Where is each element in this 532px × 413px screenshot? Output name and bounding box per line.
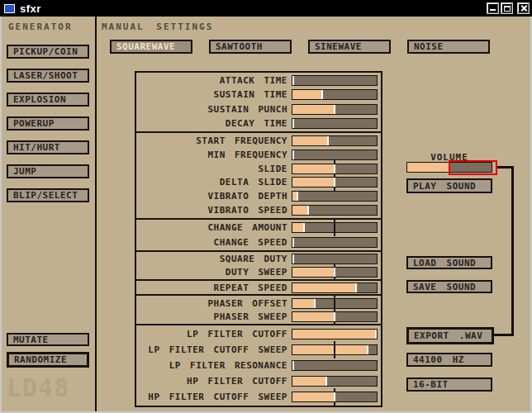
decay-time-label: DECAY TIME [226, 118, 287, 129]
sample-rate-label: 44100 HZ [413, 354, 464, 365]
generator-powerup-button[interactable]: POWERUP [7, 116, 89, 131]
slider-row: ATTACK TIME [136, 75, 381, 86]
minimize-button[interactable] [487, 2, 499, 14]
bit-depth-label: 16-BIT [413, 379, 449, 390]
generator-blip-select-button[interactable]: BLIP/SELECT [7, 188, 89, 202]
export-wav-button[interactable]: EXPORT .WAV [406, 327, 494, 344]
vibrato-depth-slider[interactable] [292, 191, 378, 202]
slider-group: CHANGE AMOUNTCHANGE SPEED [135, 218, 382, 252]
slider-fill [292, 136, 327, 145]
mutate-button[interactable]: MUTATE [7, 333, 89, 346]
min-frequency-slider[interactable] [292, 150, 378, 160]
save-sound-label: SAVE SOUND [413, 282, 476, 292]
slider-fill [292, 90, 321, 99]
slider-marker [297, 192, 298, 201]
slider-fill [292, 330, 375, 339]
slider-row: SUSTAIN TIME [136, 89, 381, 100]
play-sound-button[interactable]: PLAY SOUND [406, 178, 492, 193]
load-sound-button[interactable]: LOAD SOUND [406, 256, 492, 269]
waveform-sawtooth-button[interactable]: SAWTOOTH [209, 40, 292, 54]
start-frequency-slider[interactable] [292, 135, 378, 146]
generator-pickup-coin-button[interactable]: PICKUP/COIN [7, 45, 89, 59]
bit-depth-button[interactable]: 16-BIT [406, 377, 492, 392]
generator-jump-button[interactable]: JUMP [7, 164, 89, 178]
sustain-punch-slider[interactable] [292, 104, 378, 115]
maximize-icon [504, 6, 511, 12]
slider-row: MIN FREQUENCY [136, 150, 381, 160]
generator-button-label: JUMP [13, 166, 37, 177]
slider-fill [407, 163, 449, 172]
slider-row: PHASER OFFSET [136, 298, 381, 309]
slider-marker [355, 283, 357, 292]
slide-slider[interactable] [292, 164, 378, 174]
close-button[interactable] [517, 2, 530, 14]
slider-row: LP FILTER RESONANCE [136, 360, 381, 371]
slider-marker [292, 119, 294, 128]
phaser-sweep-slider[interactable] [292, 311, 378, 322]
slider-row: VIBRATO SPEED [136, 205, 381, 216]
export-connector-line [493, 334, 514, 336]
lp-filter-resonance-slider[interactable] [292, 360, 378, 371]
slider-fill [292, 299, 314, 308]
slider-fill [292, 206, 307, 215]
center-tick [334, 341, 335, 358]
waveform-button-row: SQUAREWAVESAWTOOTHSINEWAVENOISE [110, 40, 490, 54]
slider-group: REPEAT SPEED [135, 279, 382, 296]
play-sound-label: PLAY SOUND [413, 181, 476, 192]
slider-fill [292, 164, 334, 173]
waveform-button-label: NOISE [414, 41, 444, 52]
lp-filter-cutoff-sweep-slider[interactable] [292, 344, 378, 355]
slider-fill [292, 377, 325, 386]
slider-row: PHASER SWEEP [136, 311, 381, 322]
slider-group: START FREQUENCYMIN FREQUENCYSLIDEDELTA S… [135, 131, 382, 220]
hp-filter-cutoff-slider[interactable] [292, 376, 378, 387]
slider-marker [334, 105, 335, 114]
waveform-squarewave-button[interactable]: SQUAREWAVE [110, 40, 192, 54]
titlebar[interactable]: sfxr [0, 0, 532, 17]
duty-sweep-slider[interactable] [292, 267, 378, 278]
generator-explosion-button[interactable]: EXPLOSION [7, 93, 89, 107]
slider-row: SQUARE DUTY [136, 254, 381, 264]
save-sound-button[interactable]: SAVE SOUND [406, 280, 492, 293]
waveform-sinewave-button[interactable]: SINEWAVE [308, 40, 391, 54]
slider-fill [292, 178, 334, 187]
hp-filter-cutoff-sweep-label: HP FILTER CUTOFF SWEEP [148, 392, 287, 402]
lp-filter-cutoff-slider[interactable] [292, 329, 378, 339]
randomize-button-label: RANDOMIZE [14, 354, 67, 365]
slider-marker [367, 345, 368, 354]
slider-marker [375, 330, 377, 339]
hp-filter-cutoff-sweep-slider[interactable] [292, 392, 378, 402]
generator-laser-shoot-button[interactable]: LASER/SHOOT [7, 69, 89, 83]
decay-time-slider[interactable] [292, 118, 378, 129]
waveform-noise-button[interactable]: NOISE [407, 40, 490, 54]
slider-marker [292, 254, 294, 263]
close-icon [520, 5, 527, 12]
generator-hit-hurt-button[interactable]: HIT/HURT [7, 140, 89, 154]
generator-button-label: PICKUP/COIN [13, 46, 78, 57]
slider-row: SLIDE [136, 164, 381, 174]
attack-time-slider[interactable] [292, 75, 378, 86]
slider-row: VIBRATO DEPTH [136, 191, 381, 202]
sustain-time-slider[interactable] [292, 89, 378, 100]
slider-marker [292, 76, 294, 85]
delta-slide-slider[interactable] [292, 177, 378, 188]
slider-fill [292, 392, 334, 401]
slider-row: DUTY SWEEP [136, 267, 381, 278]
volume-highlight-box [449, 160, 497, 175]
generator-button-label: BLIP/SELECT [13, 190, 78, 201]
vibrato-speed-slider[interactable] [292, 205, 378, 216]
slider-marker [314, 299, 316, 308]
slider-row: CHANGE SPEED [136, 237, 381, 248]
sample-rate-button[interactable]: 44100 HZ [406, 353, 492, 367]
ld48-watermark: LD48 [7, 373, 69, 402]
maximize-button[interactable] [501, 2, 513, 14]
waveform-button-label: SAWTOOTH [216, 41, 263, 52]
hp-filter-cutoff-label: HP FILTER CUTOFF [187, 376, 287, 387]
slider-fill [292, 283, 355, 292]
slide-label: SLIDE [258, 164, 287, 174]
change-speed-slider[interactable] [292, 237, 378, 248]
randomize-button[interactable]: RANDOMIZE [7, 352, 89, 368]
repeat-speed-slider[interactable] [292, 282, 378, 293]
change-amount-slider[interactable] [292, 222, 378, 233]
slider-row: REPEAT SPEED [136, 282, 381, 293]
